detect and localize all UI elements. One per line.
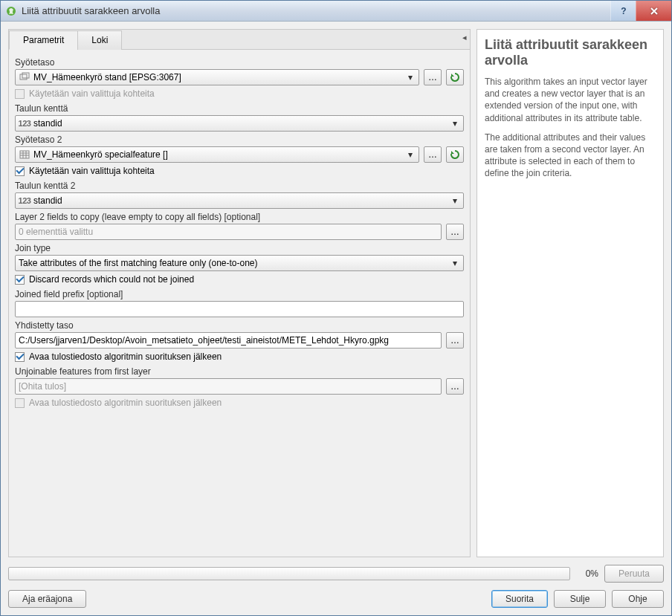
table-field-2-value: standid	[33, 195, 450, 206]
tab-parameters[interactable]: Parametrit	[9, 30, 78, 50]
selected-only-1-checkbox	[15, 89, 25, 99]
unjoinable-label: Unjoinable features from first layer	[15, 366, 464, 377]
titlebar-help-button[interactable]: ?	[610, 1, 636, 21]
join-type-value: Take attributes of the first matching fe…	[19, 258, 450, 268]
unjoinable-placeholder: [Ohita tulos]	[19, 381, 66, 392]
input-layer-combo[interactable]: MV_Hämeenkyrö stand [EPSG:3067] ▾	[15, 69, 419, 85]
selected-only-2-checkbox[interactable]	[15, 166, 25, 176]
chevron-down-icon: ▾	[450, 258, 460, 268]
input-layer-2-label: Syötetaso 2	[15, 134, 464, 145]
cancel-button: Peruuta	[604, 565, 664, 583]
open-output-2-label: Avaa tulostiedosto algoritmin suoritukse…	[29, 398, 222, 408]
input-layer-2-value: MV_Hämeenkyrö specialfeature []	[33, 149, 405, 160]
tabs: Parametrit Loki	[9, 30, 470, 50]
table-field-1-value: standid	[33, 118, 450, 129]
output-layer-input[interactable]: C:/Users/jjarven1/Desktop/Avoin_metsatie…	[15, 332, 442, 348]
input-layer-value: MV_Hämeenkyrö stand [EPSG:3067]	[33, 72, 405, 82]
numeric-field-icon: 123	[19, 195, 30, 207]
table-field-1-combo[interactable]: 123 standid ▾	[15, 115, 464, 132]
input-layer-2-iterate-button[interactable]	[446, 146, 464, 163]
prefix-input[interactable]	[15, 301, 464, 317]
help-title: Liitä attribuutit sarakkeen arvolla	[485, 37, 656, 68]
progress-bar	[8, 567, 570, 580]
numeric-field-icon: 123	[19, 117, 30, 129]
progress-percent: 0%	[576, 568, 598, 579]
copy-fields-placeholder: 0 elementtiä valittu	[19, 227, 93, 237]
polygon-layer-icon	[19, 71, 30, 83]
chevron-down-icon: ▾	[405, 149, 416, 160]
parameters-panel: ◂ Parametrit Loki Syötetaso MV_Hämeenkyr…	[8, 29, 471, 557]
open-output-1-checkbox[interactable]	[15, 352, 25, 362]
svg-rect-4	[20, 151, 29, 158]
run-button[interactable]: Suorita	[491, 590, 548, 608]
help-paragraph-2: The additional attributes and their valu…	[485, 132, 656, 180]
run-batch-button[interactable]: Aja eräajona	[8, 590, 86, 608]
selected-only-1-label: Käytetään vain valittuja kohteita	[29, 88, 155, 99]
unjoinable-input[interactable]: [Ohita tulos]	[15, 378, 442, 395]
chevron-down-icon: ▾	[450, 118, 460, 129]
collapse-help-icon[interactable]: ◂	[462, 33, 467, 42]
app-icon	[5, 5, 17, 17]
titlebar: Liitä attribuutit sarakkeen arvolla ?	[1, 1, 671, 22]
chevron-down-icon: ▾	[405, 72, 416, 82]
join-type-combo[interactable]: Take attributes of the first matching fe…	[15, 255, 464, 271]
svg-text:?: ?	[621, 7, 626, 16]
input-layer-2-browse-button[interactable]: …	[424, 146, 442, 163]
unjoinable-browse-button[interactable]: …	[446, 378, 464, 395]
join-type-label: Join type	[15, 243, 464, 253]
discard-unjoined-label: Discard records which could not be joine…	[29, 274, 194, 285]
help-panel: Liitä attribuutit sarakkeen arvolla This…	[476, 29, 664, 557]
tab-log[interactable]: Loki	[77, 30, 122, 50]
window-title: Liitä attribuutit sarakkeen arvolla	[22, 5, 610, 16]
output-layer-browse-button[interactable]: …	[446, 332, 464, 348]
titlebar-close-button[interactable]	[636, 1, 671, 21]
help-button[interactable]: Ohje	[612, 590, 664, 608]
output-layer-value: C:/Users/jjarven1/Desktop/Avoin_metsatie…	[19, 335, 389, 346]
selected-only-2-label: Käytetään vain valittuja kohteita	[29, 166, 155, 176]
input-layer-browse-button[interactable]: …	[424, 69, 442, 85]
table-field-1-label: Taulun kenttä	[15, 103, 464, 114]
copy-fields-label: Layer 2 fields to copy (leave empty to c…	[15, 212, 464, 222]
discard-unjoined-checkbox[interactable]	[15, 275, 25, 285]
table-field-2-label: Taulun kenttä 2	[15, 181, 464, 191]
input-layer-label: Syötetaso	[15, 57, 464, 68]
table-field-2-combo[interactable]: 123 standid ▾	[15, 192, 464, 209]
svg-rect-2	[20, 74, 27, 80]
chevron-down-icon: ▾	[450, 195, 460, 206]
open-output-1-label: Avaa tulostiedosto algoritmin suoritukse…	[29, 351, 222, 362]
copy-fields-browse-button[interactable]: …	[446, 224, 464, 240]
close-button[interactable]: Sulje	[554, 590, 606, 608]
svg-rect-3	[22, 73, 29, 78]
output-layer-label: Yhdistetty taso	[15, 320, 464, 331]
copy-fields-input[interactable]: 0 elementtiä valittu	[15, 224, 442, 240]
help-paragraph-1: This algorithm takes an input vector lay…	[485, 76, 656, 124]
input-layer-iterate-button[interactable]	[446, 69, 464, 85]
table-layer-icon	[19, 149, 30, 161]
open-output-2-checkbox	[15, 398, 25, 408]
input-layer-2-combo[interactable]: MV_Hämeenkyrö specialfeature [] ▾	[15, 146, 419, 163]
prefix-label: Joined field prefix [optional]	[15, 289, 464, 299]
